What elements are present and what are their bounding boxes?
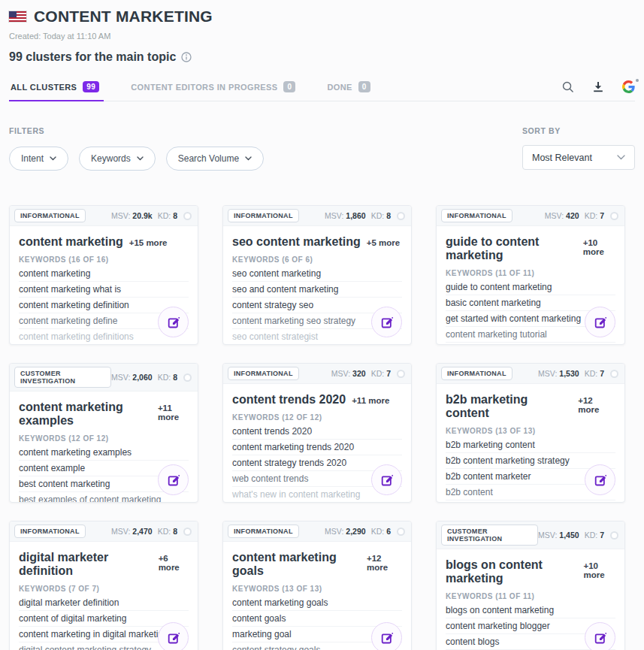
cluster-card-body: content marketing +15 more KEYWORDS (16 … (10, 226, 198, 344)
msv-value: 1,860 (346, 211, 365, 220)
filter-keywords[interactable]: Keywords (79, 147, 156, 171)
cluster-title[interactable]: b2b marketing content (446, 393, 572, 420)
keyword-row: content marketing examples (19, 445, 189, 460)
cluster-select-radio[interactable] (397, 528, 405, 536)
cluster-card-body: content trends 2020 +11 more KEYWORDS (1… (223, 384, 411, 502)
cluster-more-link[interactable]: +5 more (367, 238, 400, 247)
cluster-select-radio[interactable] (397, 212, 405, 220)
cluster-select-radio[interactable] (610, 531, 618, 540)
cluster-title[interactable]: digital marketer definition (19, 551, 153, 578)
cluster-card: INFORMATIONAL MSV: 1,860 KD: 8 seo conte… (222, 205, 412, 345)
cluster-select-radio[interactable] (610, 212, 618, 220)
msv-value: 2,290 (346, 527, 365, 536)
info-icon[interactable] (181, 52, 192, 62)
edit-cluster-button[interactable] (371, 307, 402, 337)
edit-cluster-button[interactable] (371, 622, 402, 650)
intent-badge: INFORMATIONAL (14, 209, 86, 222)
keywords-count-label: KEYWORDS (11 OF 11) (446, 269, 615, 277)
edit-cluster-button[interactable] (158, 307, 189, 337)
keyword-row: basic content marketing (446, 295, 615, 310)
kd-label: KD: (158, 527, 171, 536)
msv-label: MSV: (538, 531, 557, 540)
edit-cluster-button[interactable] (585, 622, 615, 650)
controls-row: FILTERS Intent Keywords Search Volume SO… (9, 126, 635, 171)
tab-all-clusters[interactable]: ALL CLUSTERS 99 (9, 74, 101, 101)
sort-select[interactable]: Most Relevant (522, 145, 635, 170)
intent-badge: CUSTOMER INVESTIGATION (14, 367, 111, 388)
edit-cluster-button[interactable] (585, 464, 615, 495)
edit-cluster-button[interactable] (585, 307, 615, 337)
cluster-select-radio[interactable] (183, 373, 192, 382)
msv-value: 2,060 (132, 373, 152, 382)
filter-intent[interactable]: Intent (9, 147, 68, 171)
tab-done[interactable]: DONE 0 (325, 74, 371, 101)
cluster-more-link[interactable]: +6 more (159, 554, 189, 572)
edit-icon (167, 316, 180, 329)
edit-icon (594, 316, 607, 329)
kd-value: 7 (600, 211, 604, 220)
edit-cluster-button[interactable] (158, 464, 189, 495)
cluster-select-radio[interactable] (610, 370, 618, 378)
cluster-more-link[interactable]: +12 more (578, 396, 615, 414)
intent-badge: CUSTOMER INVESTIGATION (441, 525, 538, 546)
tab-content-editors-in-progress[interactable]: CONTENT EDITORS IN PROGRESS 0 (129, 74, 297, 101)
filter-pill-label: Keywords (91, 153, 131, 164)
cluster-more-link[interactable]: +11 more (158, 404, 189, 422)
cluster-more-link[interactable]: +12 more (367, 554, 402, 572)
cluster-title[interactable]: content marketing examples (19, 401, 152, 428)
filter-search-volume[interactable]: Search Volume (166, 147, 264, 171)
keyword-row: seo content marketing (232, 266, 402, 281)
search-button[interactable] (561, 80, 574, 93)
cluster-title[interactable]: content marketing (19, 235, 123, 249)
toolbar-icons (561, 80, 635, 101)
cluster-title[interactable]: content marketing goals (232, 551, 361, 578)
cluster-select-radio[interactable] (183, 528, 192, 536)
edit-cluster-button[interactable] (371, 464, 402, 495)
cluster-select-radio[interactable] (397, 370, 405, 378)
keyword-row: seo and content marketing (232, 281, 402, 297)
cluster-select-radio[interactable] (183, 212, 192, 220)
cluster-title[interactable]: seo content marketing (232, 235, 361, 249)
msv-label: MSV: (545, 211, 564, 220)
keyword-row: content trends 2020 (232, 424, 402, 439)
cluster-card: INFORMATIONAL MSV: 2,470 KD: 8 digital m… (9, 521, 198, 650)
clusters-subtitle-row: 99 clusters for the main topic (9, 50, 635, 64)
cluster-more-link[interactable]: +15 more (129, 238, 168, 247)
cluster-title[interactable]: guide to content marketing (446, 235, 577, 262)
cluster-more-link[interactable]: +11 more (352, 396, 389, 405)
cluster-card-header: INFORMATIONAL MSV: 2,290 KD: 6 (223, 522, 411, 542)
cluster-card-body: blogs on content marketing +10 more KEYW… (437, 549, 624, 650)
msv-value: 2,470 (132, 527, 152, 536)
cluster-title[interactable]: blogs on content marketing (446, 558, 577, 585)
kd-label: KD: (158, 373, 171, 382)
created-timestamp: Created: Today at 11:10 AM (9, 32, 635, 41)
keywords-count-label: KEYWORDS (7 OF 7) (19, 585, 189, 593)
cluster-grid: INFORMATIONAL MSV: 20.9k KD: 8 content m… (9, 205, 635, 650)
cluster-card: CUSTOMER INVESTIGATION MSV: 1,450 KD: 7 … (436, 521, 625, 650)
search-icon (561, 80, 574, 93)
keyword-row: content marketing what is (19, 281, 189, 297)
keyword-row: content marketing (19, 266, 189, 281)
edit-icon (380, 316, 394, 329)
cluster-more-link[interactable]: +10 more (583, 238, 615, 256)
cluster-stats: MSV: 2,470 KD: 8 (111, 527, 192, 536)
msv-label: MSV: (325, 527, 343, 536)
cluster-card-body: seo content marketing +5 more KEYWORDS (… (223, 226, 411, 344)
us-flag-icon (9, 11, 26, 22)
cluster-title[interactable]: content trends 2020 (232, 393, 346, 407)
google-icon (622, 80, 635, 93)
cluster-more-link[interactable]: +10 more (583, 561, 615, 579)
msv-label: MSV: (325, 211, 343, 220)
edit-cluster-button[interactable] (158, 622, 189, 650)
cluster-card-header: INFORMATIONAL MSV: 320 KD: 7 (223, 364, 411, 384)
edit-icon (594, 473, 607, 487)
msv-label: MSV: (111, 527, 130, 536)
keyword-row: guide to content marketing (446, 280, 615, 295)
keyword-row: b2b content marketing strategy (446, 452, 615, 468)
filters-block: FILTERS Intent Keywords Search Volume (9, 126, 264, 171)
cluster-card-header: INFORMATIONAL MSV: 1,530 KD: 7 (437, 364, 624, 384)
download-button[interactable] (592, 80, 604, 93)
google-connect-button[interactable] (622, 80, 635, 93)
kd-value: 8 (386, 211, 391, 220)
page-header: CONTENT MARKETING (9, 5, 635, 26)
